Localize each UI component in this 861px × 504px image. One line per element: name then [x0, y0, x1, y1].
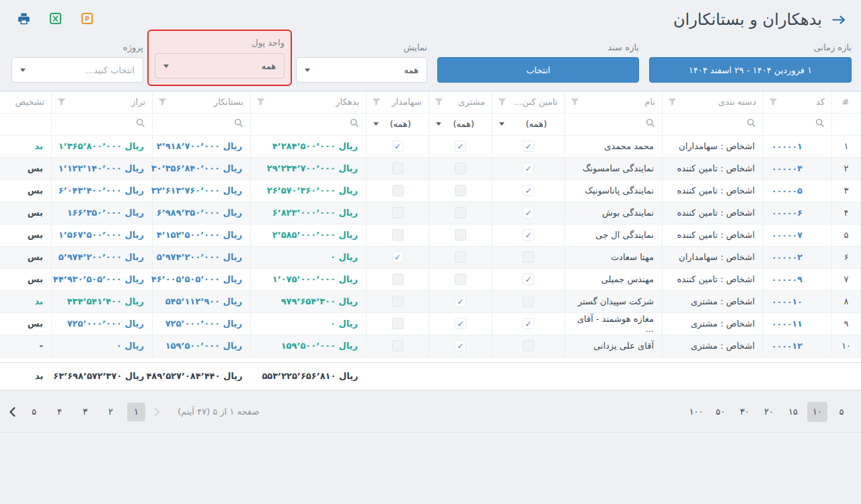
filter-funnel-icon[interactable] [158, 98, 167, 106]
print-button[interactable] [16, 12, 31, 27]
supplier-checkbox[interactable]: ✓ [523, 163, 534, 174]
filter-funnel-icon[interactable] [256, 98, 265, 106]
currency-select[interactable]: همه [155, 53, 285, 79]
filter-select-shareholder[interactable]: (همه) [367, 114, 428, 135]
time-range-button[interactable]: ۱ فروردین ۱۴۰۴ - ۲۹ اسفند ۱۴۰۴ [649, 57, 852, 83]
column-header-supplier[interactable]: تامین کنن... [492, 91, 565, 113]
status-cell: بس [0, 224, 52, 246]
column-header-debtor[interactable]: بدهکار [251, 91, 367, 113]
customer-checkbox[interactable] [455, 274, 466, 285]
doc-range-select-button[interactable]: انتخاب [437, 57, 639, 83]
code-link[interactable]: ۰۰۰۰۰۶ [772, 208, 802, 218]
display-select[interactable]: همه [296, 57, 427, 83]
page-size-button[interactable]: ۵۰ [710, 402, 731, 422]
supplier-checkbox[interactable] [523, 340, 534, 351]
svg-text:P: P [85, 15, 89, 22]
filter-input-creditor[interactable] [153, 114, 250, 135]
excel-icon [49, 12, 62, 27]
shareholder-checkbox[interactable] [392, 340, 404, 351]
column-header-name[interactable]: نام [565, 91, 663, 113]
filter-input-code[interactable] [763, 114, 831, 135]
supplier-checkbox[interactable] [523, 251, 534, 263]
column-label-name: نام [644, 97, 655, 107]
code-link[interactable]: ۰۰۰۰۰۴ [772, 163, 802, 173]
code-link[interactable]: ۰۰۰۰۰۵ [772, 185, 802, 196]
shareholder-checkbox[interactable] [392, 318, 404, 329]
page-button[interactable]: ۴ [50, 403, 69, 421]
pager-next-button[interactable] [8, 407, 17, 417]
shareholder-checkbox[interactable] [392, 185, 404, 196]
code-link[interactable]: ۰۰۰۰۰۲ [772, 252, 802, 262]
creditor-cell: ریال ۴۶٬۰۰۵٬۵۰۵٬۰۰۰ [153, 268, 251, 290]
filter-input-category[interactable] [663, 114, 763, 135]
filter-select-customer[interactable]: (همه) [429, 114, 492, 135]
shareholder-checkbox[interactable]: ✓ [392, 251, 404, 263]
page-size-button[interactable]: ۳۰ [735, 402, 755, 422]
filter-funnel-icon[interactable] [769, 98, 778, 106]
filter-select-supplier[interactable]: (همه) [492, 114, 564, 135]
customer-checkbox[interactable] [455, 163, 466, 174]
filter-funnel-icon[interactable] [570, 98, 579, 106]
customer-checkbox[interactable]: ✓ [455, 340, 466, 351]
supplier-checkbox[interactable]: ✓ [523, 185, 534, 196]
column-header-balance[interactable]: تراز [52, 91, 153, 113]
filter-input-debtor[interactable] [251, 114, 366, 135]
filter-funnel-icon[interactable] [57, 98, 66, 106]
customer-checkbox[interactable]: ✓ [455, 296, 466, 307]
page-size-button[interactable]: ۵ [831, 402, 852, 422]
page-size-button[interactable]: ۲۰ [759, 402, 779, 422]
column-header-creditor[interactable]: بستانکار [153, 91, 251, 113]
customer-checkbox[interactable] [455, 185, 466, 196]
supplier-checkbox[interactable]: ✓ [523, 229, 534, 241]
filter-funnel-icon[interactable] [435, 98, 443, 106]
code-link[interactable]: ۰۰۰۰۰۱ [772, 141, 802, 151]
customer-checkbox[interactable]: ✓ [455, 140, 466, 152]
filter-input-balance[interactable] [52, 114, 152, 135]
page-size-button[interactable]: ۱۰ [807, 402, 827, 422]
column-header-customer[interactable]: مشتری [429, 91, 492, 113]
shareholder-checkbox[interactable] [392, 229, 404, 241]
customer-checkbox[interactable] [455, 251, 466, 263]
code-link[interactable]: ۰۰۰۰۰۷ [772, 230, 802, 240]
balance-cell: ریال ۰ [52, 335, 153, 357]
supplier-checkbox[interactable]: ✓ [523, 140, 534, 152]
pdf-export-button[interactable]: P [79, 12, 94, 27]
excel-export-button[interactable] [48, 12, 63, 27]
shareholder-checkbox[interactable] [392, 163, 404, 174]
shareholder-checkbox[interactable] [392, 296, 404, 307]
supplier-checkbox[interactable]: ✓ [523, 318, 534, 329]
column-header-category[interactable]: دسته بندی [663, 91, 763, 113]
column-header-shareholder[interactable]: سهامدار [367, 91, 429, 113]
code-link[interactable]: ۰۰۰۰۱۲ [772, 341, 802, 351]
shareholder-checkbox[interactable] [392, 207, 404, 218]
supplier-checkbox[interactable]: ✓ [523, 207, 534, 218]
customer-checkbox[interactable] [455, 229, 466, 241]
supplier-checkbox[interactable] [523, 296, 534, 307]
column-header-status[interactable]: تشخیص [0, 91, 52, 113]
project-select[interactable]: انتخاب کنید... [11, 57, 143, 83]
customer-checkbox[interactable] [455, 207, 466, 218]
filter-input-name[interactable] [565, 114, 662, 135]
page-button[interactable]: ۳ [76, 403, 94, 421]
time-range-filter-group: بازه زمانی ۱ فروردین ۱۴۰۴ - ۲۹ اسفند ۱۴۰… [649, 42, 852, 83]
shareholder-checkbox[interactable] [392, 274, 404, 285]
code-link[interactable]: ۰۰۰۰۱۰ [772, 296, 802, 306]
column-header-index[interactable]: # [832, 91, 861, 113]
page-button[interactable]: ۱ [127, 403, 145, 421]
filter-funnel-icon[interactable] [498, 98, 507, 106]
page-button[interactable]: ۲ [102, 403, 120, 421]
code-link[interactable]: ۰۰۰۰۱۱ [772, 319, 802, 329]
code-link[interactable]: ۰۰۰۰۰۹ [772, 274, 802, 284]
page-size-button[interactable]: ۱۵ [783, 402, 803, 422]
customer-checkbox[interactable]: ✓ [455, 318, 466, 329]
page-size-button[interactable]: ۱۰۰ [686, 402, 706, 422]
column-header-code[interactable]: کد [763, 91, 832, 113]
filter-funnel-icon[interactable] [668, 98, 677, 106]
pager-prev-button[interactable] [153, 407, 161, 417]
shareholder-checkbox[interactable]: ✓ [392, 140, 404, 152]
supplier-checkbox[interactable]: ✓ [523, 274, 534, 285]
debtor-cell: ریال ۱۵۹٬۵۰۰٬۰۰۰ [251, 335, 367, 357]
back-arrow-icon[interactable] [831, 12, 846, 27]
filter-funnel-icon[interactable] [372, 98, 381, 106]
page-button[interactable]: ۵ [25, 403, 43, 421]
